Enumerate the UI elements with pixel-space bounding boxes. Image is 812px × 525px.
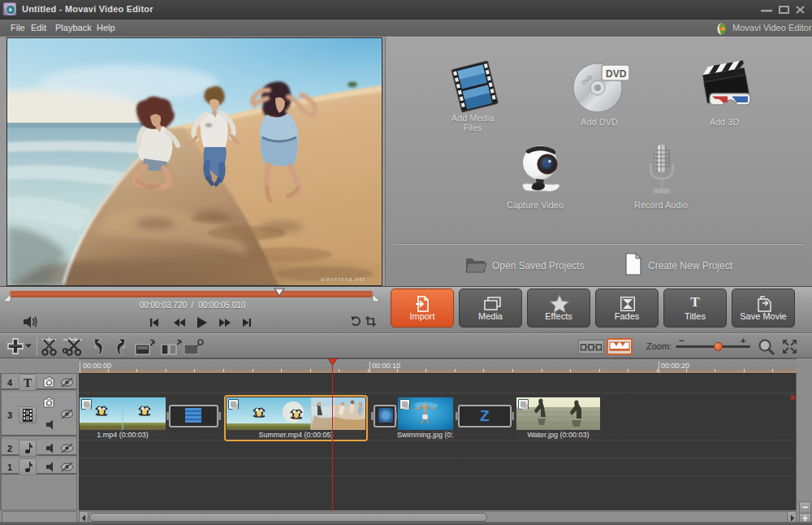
svg-text:alexetena.net: alexetena.net — [321, 276, 365, 282]
svg-text:DVD: DVD — [606, 68, 627, 80]
